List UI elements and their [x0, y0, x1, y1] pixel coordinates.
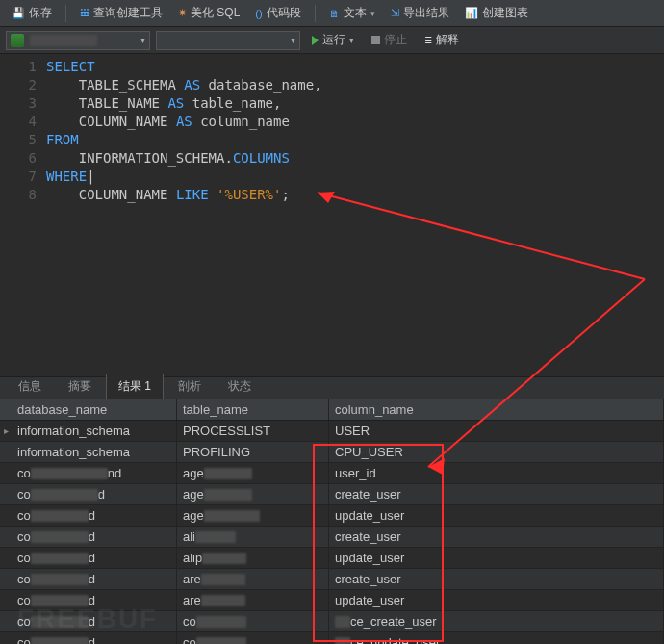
- export-label: 导出结果: [403, 5, 449, 21]
- cell-column-name[interactable]: USER: [329, 421, 664, 441]
- tab-result-1[interactable]: 结果 1: [106, 374, 164, 399]
- beautify-sql-button[interactable]: ✷ 美化 SQL: [172, 3, 245, 23]
- chevron-down-icon: ▾: [140, 35, 145, 45]
- run-label: 运行: [322, 32, 345, 48]
- cell-table-name[interactable]: ali: [177, 527, 329, 547]
- tab-info-label: 信息: [18, 379, 41, 393]
- tab-status[interactable]: 状态: [216, 374, 264, 399]
- cell-table-name[interactable]: age: [177, 463, 329, 483]
- save-icon: 💾: [12, 7, 25, 19]
- chevron-down-icon: ▾: [349, 36, 354, 45]
- cell-table-name[interactable]: are: [177, 590, 329, 610]
- stop-icon: [371, 36, 380, 44]
- cell-column-name[interactable]: update_user: [329, 590, 664, 610]
- table-row[interactable]: codalicreate_user: [0, 527, 664, 548]
- tab-summary-label: 摘要: [68, 379, 91, 393]
- cell-column-name[interactable]: ce_create_user: [329, 611, 664, 631]
- code-line: TABLE_NAME AS table_name,: [46, 94, 664, 113]
- col-header-database-name[interactable]: database_name: [12, 399, 177, 420]
- cell-column-name[interactable]: create_user: [329, 484, 664, 504]
- explain-label: 解释: [436, 32, 459, 48]
- chevron-down-icon: ▾: [291, 35, 295, 45]
- table-row[interactable]: codageupdate_user: [0, 505, 664, 527]
- database-icon: [11, 34, 24, 47]
- cell-database-name[interactable]: cod: [12, 590, 177, 610]
- table-row[interactable]: codagecreate_user: [0, 484, 664, 505]
- tab-status-label: 状态: [228, 379, 251, 393]
- cell-table-name[interactable]: co: [177, 632, 329, 644]
- create-chart-button[interactable]: 📊 创建图表: [459, 3, 534, 23]
- table-row[interactable]: information_schemaPROFILINGCPU_USER: [0, 442, 664, 463]
- run-bar: ▾ ▾ 运行 ▾ 停止 ≣ 解释: [0, 27, 664, 54]
- chart-icon: 📊: [465, 7, 478, 19]
- result-tabs: 信息 摘要 结果 1 剖析 状态: [0, 376, 664, 399]
- cell-database-name[interactable]: cod: [12, 548, 177, 568]
- save-button[interactable]: 💾 保存: [6, 3, 58, 23]
- cell-table-name[interactable]: PROCESSLIST: [177, 421, 329, 441]
- export-icon: ⇲: [391, 7, 399, 19]
- text-button[interactable]: 🗎 文本 ▾: [323, 3, 381, 23]
- cell-column-name[interactable]: ce_update_user: [329, 632, 664, 644]
- sql-editor[interactable]: 12345678 SELECT TABLE_SCHEMA AS database…: [0, 54, 664, 376]
- cell-database-name[interactable]: cod: [12, 632, 177, 644]
- explain-button[interactable]: ≣ 解释: [419, 30, 465, 50]
- cell-column-name[interactable]: update_user: [329, 548, 664, 568]
- run-button[interactable]: 运行 ▾: [306, 30, 360, 50]
- table-row[interactable]: codcoce_create_user: [0, 611, 664, 632]
- table-row[interactable]: codarecreate_user: [0, 569, 664, 590]
- export-result-button[interactable]: ⇲ 导出结果: [385, 3, 455, 23]
- tab-summary[interactable]: 摘要: [56, 374, 104, 399]
- explain-icon: ≣: [424, 35, 432, 45]
- cell-column-name[interactable]: CPU_USER: [329, 442, 664, 462]
- cell-column-name[interactable]: create_user: [329, 569, 664, 589]
- tab-analyze[interactable]: 剖析: [166, 374, 214, 399]
- cell-database-name[interactable]: cod: [12, 527, 177, 547]
- cell-database-name[interactable]: information_schema: [12, 421, 177, 441]
- schema-select[interactable]: ▾: [156, 31, 300, 50]
- query-tool-label: 查询创建工具: [93, 5, 163, 21]
- play-icon: [312, 36, 319, 45]
- col-header-column-name[interactable]: column_name: [329, 399, 664, 420]
- table-row[interactable]: codcoce_update_user: [0, 632, 664, 644]
- result-grid: database_name table_name column_name ▸in…: [0, 399, 664, 644]
- cell-database-name[interactable]: cond: [12, 463, 177, 483]
- tab-analyze-label: 剖析: [178, 379, 201, 393]
- toolbar-separator: [65, 5, 66, 22]
- cell-table-name[interactable]: alip: [177, 548, 329, 568]
- cell-column-name[interactable]: create_user: [329, 527, 664, 547]
- table-row[interactable]: ▸information_schemaPROCESSLISTUSER: [0, 421, 664, 442]
- cell-database-name[interactable]: cod: [12, 569, 177, 589]
- cell-table-name[interactable]: age: [177, 484, 329, 504]
- cell-column-name[interactable]: update_user: [329, 505, 664, 526]
- beautify-sql-icon: ✷: [178, 7, 187, 19]
- stop-button[interactable]: 停止: [366, 30, 413, 50]
- table-row[interactable]: codareupdate_user: [0, 590, 664, 611]
- cell-table-name[interactable]: co: [177, 611, 329, 631]
- cell-database-name[interactable]: information_schema: [12, 442, 177, 462]
- row-handle: ▸: [0, 425, 12, 436]
- cell-table-name[interactable]: PROFILING: [177, 442, 329, 462]
- sql-code-area[interactable]: SELECT TABLE_SCHEMA AS database_name, TA…: [46, 58, 664, 376]
- save-label: 保存: [29, 5, 52, 21]
- line-number-gutter: 12345678: [0, 58, 46, 376]
- cell-column-name[interactable]: user_id: [329, 463, 664, 483]
- stop-label: 停止: [384, 32, 407, 48]
- database-select[interactable]: ▾: [6, 31, 150, 50]
- query-tool-button[interactable]: 𝍂 查询创建工具: [74, 3, 168, 23]
- code-line: COLUMN_NAME LIKE '%USER%';: [46, 186, 664, 204]
- grid-header: database_name table_name column_name: [0, 399, 664, 421]
- code-snippet-icon: (): [255, 8, 262, 19]
- cell-database-name[interactable]: cod: [12, 484, 177, 504]
- code-line: TABLE_SCHEMA AS database_name,: [46, 76, 664, 94]
- cell-database-name[interactable]: cod: [12, 505, 177, 526]
- cell-table-name[interactable]: age: [177, 505, 329, 526]
- cell-table-name[interactable]: are: [177, 569, 329, 589]
- table-row[interactable]: codalipupdate_user: [0, 548, 664, 569]
- database-name-censored: [30, 35, 97, 46]
- table-row[interactable]: condageuser_id: [0, 463, 664, 484]
- code-snippet-button[interactable]: () 代码段: [249, 3, 306, 23]
- tab-info[interactable]: 信息: [6, 374, 54, 399]
- toolbar-separator: [315, 5, 316, 22]
- cell-database-name[interactable]: cod: [12, 611, 177, 631]
- col-header-table-name[interactable]: table_name: [177, 399, 329, 420]
